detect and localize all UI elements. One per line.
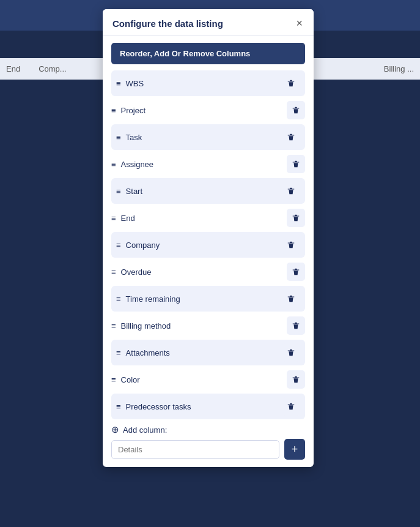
drag-handle-billing-method[interactable]: ≡ <box>111 321 116 331</box>
column-name-project: Project <box>121 106 146 115</box>
column-name-predecessor-tasks: Predecessor tasks <box>126 402 191 411</box>
delete-button-company[interactable] <box>282 236 300 254</box>
column-row-color: ≡ Color <box>111 367 305 392</box>
column-name-time-remaining: Time remaining <box>126 294 180 304</box>
column-label-attachments: ≡ Attachments <box>116 348 170 357</box>
delete-button-wbs[interactable] <box>282 74 300 92</box>
column-row-overdue: ≡ Overdue <box>111 259 305 285</box>
delete-button-overdue[interactable] <box>287 263 305 281</box>
delete-button-time-remaining[interactable] <box>282 290 300 308</box>
column-label-end: ≡ End <box>111 214 135 223</box>
trash-icon-end <box>292 214 300 222</box>
add-column-section: ⊕ Add column: + <box>111 424 305 460</box>
trash-icon-color <box>292 375 300 384</box>
drag-handle-company[interactable]: ≡ <box>116 241 121 250</box>
configure-modal: Configure the data listing × Reorder, Ad… <box>103 9 314 467</box>
section-header: Reorder, Add Or Remove Columns <box>111 43 305 64</box>
trash-icon-task <box>287 133 295 141</box>
delete-button-start[interactable] <box>282 182 300 200</box>
drag-handle-overdue[interactable]: ≡ <box>111 267 116 277</box>
bg-tab-comp: Comp... <box>39 64 67 73</box>
bg-tab-billing: Billing ... <box>384 64 414 73</box>
column-label-time-remaining: ≡ Time remaining <box>116 294 180 304</box>
delete-button-assignee[interactable] <box>287 155 305 173</box>
add-column-row: + <box>111 439 305 460</box>
trash-icon-time-remaining <box>287 294 295 303</box>
column-row-start: ≡ Start <box>111 178 305 204</box>
delete-button-billing-method[interactable] <box>287 316 305 335</box>
drag-handle-end[interactable]: ≡ <box>111 214 116 223</box>
column-label-start: ≡ Start <box>116 187 142 196</box>
column-name-assignee: Assignee <box>121 160 153 169</box>
modal-title: Configure the data listing <box>112 18 223 29</box>
trash-icon-predecessor-tasks <box>287 402 295 411</box>
delete-button-task[interactable] <box>282 128 300 146</box>
drag-handle-time-remaining[interactable]: ≡ <box>116 294 121 304</box>
drag-handle-project[interactable]: ≡ <box>111 106 116 115</box>
column-name-company: Company <box>126 241 160 250</box>
trash-icon-billing-method <box>292 321 300 330</box>
column-row-attachments: ≡ Attachments <box>111 340 305 365</box>
column-row-company: ≡ Company <box>111 232 305 258</box>
add-column-text: Add column: <box>123 425 167 435</box>
trash-icon-wbs <box>287 79 295 88</box>
delete-button-attachments[interactable] <box>282 343 300 362</box>
columns-list: ≡ WBS ≡ Project ≡ Task ≡ <box>111 70 305 419</box>
trash-icon-overdue <box>292 267 300 276</box>
column-row-predecessor-tasks: ≡ Predecessor tasks <box>111 394 305 419</box>
drag-handle-wbs[interactable]: ≡ <box>116 79 121 88</box>
trash-icon-start <box>287 187 295 195</box>
column-name-attachments: Attachments <box>126 348 170 357</box>
trash-icon-assignee <box>292 160 300 168</box>
delete-button-predecessor-tasks[interactable] <box>282 397 300 416</box>
column-name-end: End <box>121 214 135 223</box>
add-column-button[interactable]: + <box>284 439 305 460</box>
column-label-billing-method: ≡ Billing method <box>111 321 171 331</box>
delete-button-project[interactable] <box>287 101 305 119</box>
drag-handle-assignee[interactable]: ≡ <box>111 160 116 169</box>
column-row-time-remaining: ≡ Time remaining <box>111 286 305 312</box>
add-column-button-icon: + <box>292 443 298 456</box>
drag-handle-start[interactable]: ≡ <box>116 187 121 196</box>
column-label-company: ≡ Company <box>116 241 160 250</box>
drag-handle-attachments[interactable]: ≡ <box>116 348 121 357</box>
trash-icon-company <box>287 241 295 249</box>
column-name-color: Color <box>121 375 140 384</box>
column-name-wbs: WBS <box>126 79 144 88</box>
drag-handle-task[interactable]: ≡ <box>116 133 121 142</box>
column-label-assignee: ≡ Assignee <box>111 160 153 169</box>
trash-icon-project <box>292 106 300 114</box>
drag-handle-color[interactable]: ≡ <box>111 375 116 384</box>
column-row-project: ≡ Project <box>111 97 305 123</box>
column-name-task: Task <box>126 133 142 142</box>
column-label-task: ≡ Task <box>116 133 142 142</box>
delete-button-end[interactable] <box>287 209 305 227</box>
add-column-label: ⊕ Add column: <box>111 424 305 435</box>
column-row-wbs: ≡ WBS <box>111 70 305 96</box>
column-label-project: ≡ Project <box>111 106 146 115</box>
column-label-overdue: ≡ Overdue <box>111 267 151 277</box>
column-row-assignee: ≡ Assignee <box>111 151 305 177</box>
bg-tab-end: End <box>6 64 20 73</box>
column-row-end: ≡ End <box>111 205 305 231</box>
column-label-wbs: ≡ WBS <box>116 79 144 88</box>
column-row-billing-method: ≡ Billing method <box>111 313 305 338</box>
modal-body: Reorder, Add Or Remove Columns ≡ WBS ≡ P… <box>103 36 314 467</box>
column-label-color: ≡ Color <box>111 375 140 384</box>
modal-header: Configure the data listing × <box>103 9 314 36</box>
delete-button-color[interactable] <box>287 370 305 389</box>
column-name-start: Start <box>126 187 142 196</box>
column-row-task: ≡ Task <box>111 124 305 150</box>
add-column-plus-icon: ⊕ <box>111 424 119 435</box>
column-name-overdue: Overdue <box>121 267 152 277</box>
column-label-predecessor-tasks: ≡ Predecessor tasks <box>116 402 191 411</box>
add-column-input[interactable] <box>111 440 279 459</box>
column-name-billing-method: Billing method <box>121 321 171 331</box>
drag-handle-predecessor-tasks[interactable]: ≡ <box>116 402 121 411</box>
trash-icon-attachments <box>287 348 295 357</box>
modal-close-button[interactable]: × <box>295 18 304 29</box>
